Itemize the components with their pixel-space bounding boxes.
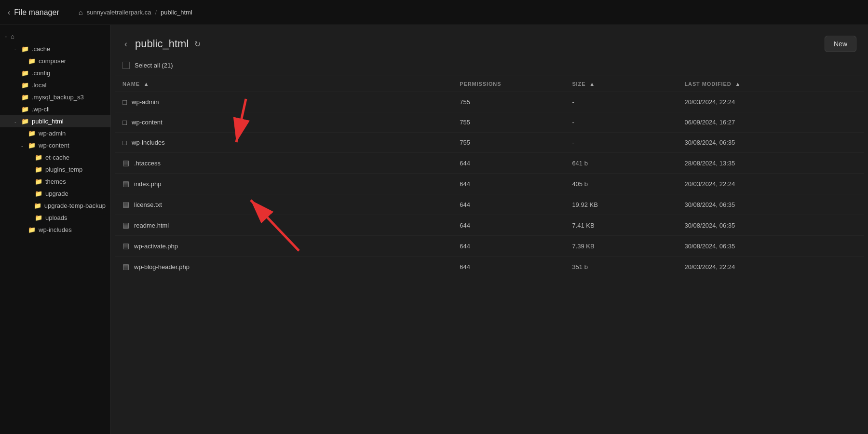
table-row[interactable]: ▤ .htaccess 644 641 b 28/08/2024, 13:35 — [115, 153, 864, 174]
file-modified: 28/08/2024, 13:35 — [677, 153, 864, 174]
file-name-cell[interactable]: ▤ license.txt — [115, 194, 452, 215]
file-table: NAME ▲ PERMISSIONS SIZE ▲ LAST MODIFIED … — [115, 76, 864, 277]
col-header-size[interactable]: SIZE ▲ — [564, 76, 677, 92]
sidebar-item-label: .local — [32, 81, 46, 89]
table-row[interactable]: ▤ index.php 644 405 b 20/03/2024, 22:24 — [115, 174, 864, 194]
sidebar-item-upgrade[interactable]: 📁 upgrade — [0, 188, 110, 200]
topbar: ‹ File manager ⌂ sunnyvaletrailerpark.ca… — [0, 0, 868, 25]
file-size: - — [564, 112, 677, 133]
file-modified: 20/03/2024, 22:24 — [677, 257, 864, 277]
folder-icon: 📁 — [21, 118, 29, 125]
file-permissions: 644 — [452, 215, 564, 236]
sidebar-item-upgrade-temp-backup[interactable]: 📁 upgrade-temp-backup — [0, 200, 110, 212]
file-name-label: .htaccess — [134, 160, 161, 167]
back-to-file-manager[interactable]: ‹ File manager — [8, 8, 59, 17]
sidebar-item-label: .config — [32, 69, 50, 77]
folder-icon: □ — [122, 138, 127, 147]
file-name-cell[interactable]: □ wp-content — [115, 112, 452, 133]
sidebar-item-label: .mysql_backup_s3 — [32, 94, 84, 101]
sidebar-item-wp-includes[interactable]: 📁 wp-includes — [0, 224, 110, 236]
select-all-checkbox[interactable] — [122, 62, 130, 69]
file-table-wrapper: NAME ▲ PERMISSIONS SIZE ▲ LAST MODIFIED … — [111, 76, 868, 277]
table-row[interactable]: ▤ wp-blog-header.php 644 351 b 20/03/202… — [115, 257, 864, 277]
file-permissions: 755 — [452, 92, 564, 112]
sidebar-item-composer[interactable]: 📁 composer — [0, 55, 110, 67]
file-modified: 20/03/2024, 22:24 — [677, 174, 864, 194]
file-name-label: readme.html — [134, 222, 169, 229]
content-header: ‹ public_html ↻ New — [111, 25, 868, 60]
col-header-permissions[interactable]: PERMISSIONS — [452, 76, 564, 92]
breadcrumb-separator: / — [155, 9, 157, 16]
file-name-label: wp-blog-header.php — [134, 263, 190, 271]
file-icon: ▤ — [122, 179, 129, 188]
sidebar-item-cache[interactable]: - 📁 .cache — [0, 43, 110, 55]
folder-icon: □ — [122, 118, 127, 126]
folder-icon: 📁 — [35, 214, 42, 221]
folder-icon: 📁 — [28, 57, 36, 65]
file-name-cell[interactable]: ▤ index.php — [115, 174, 452, 194]
sidebar-item-themes[interactable]: 📁 themes — [0, 176, 110, 188]
sidebar-item-label: wp-content — [39, 142, 69, 149]
sidebar-item-label: themes — [45, 178, 66, 185]
folder-icon: 📁 — [35, 190, 42, 197]
folder-icon: 📁 — [21, 81, 29, 89]
toggle-icon: - — [14, 46, 21, 52]
sidebar-item-label: wp-includes — [39, 226, 72, 233]
folder-icon: 📁 — [28, 226, 36, 233]
sidebar-item-label: public_html — [32, 118, 64, 125]
table-row[interactable]: □ wp-includes 755 - 30/08/2024, 06:35 — [115, 133, 864, 153]
file-name-cell[interactable]: ▤ wp-activate.php — [115, 236, 452, 257]
sidebar-item-label: et-cache — [45, 154, 69, 161]
file-name-cell[interactable]: ▤ readme.html — [115, 215, 452, 236]
new-button[interactable]: New — [825, 36, 856, 52]
folder-icon: 📁 — [28, 142, 36, 149]
toggle-icon: - — [21, 143, 28, 149]
sidebar-item-uploads[interactable]: 📁 uploads — [0, 212, 110, 224]
file-name-cell[interactable]: □ wp-includes — [115, 133, 452, 153]
file-size: 7.39 KB — [564, 236, 677, 257]
sidebar-item-label: upgrade — [45, 190, 68, 197]
file-permissions: 644 — [452, 153, 564, 174]
breadcrumb-domain[interactable]: sunnyvaletrailerpark.ca — [87, 9, 151, 16]
table-row[interactable]: ▤ wp-activate.php 644 7.39 KB 30/08/2024… — [115, 236, 864, 257]
col-header-last-modified[interactable]: LAST MODIFIED ▲ — [677, 76, 864, 92]
table-row[interactable]: □ wp-admin 755 - 20/03/2024, 22:24 — [115, 92, 864, 112]
file-size: 351 b — [564, 257, 677, 277]
sidebar-item-plugins-temp[interactable]: 📁 plugins_temp — [0, 163, 110, 176]
sidebar-item-label: composer — [39, 57, 66, 65]
file-name-cell[interactable]: ▤ wp-blog-header.php — [115, 257, 452, 277]
table-header: NAME ▲ PERMISSIONS SIZE ▲ LAST MODIFIED … — [115, 76, 864, 92]
file-icon: ▤ — [122, 200, 129, 209]
sidebar-item-mysql-backup[interactable]: 📁 .mysql_backup_s3 — [0, 91, 110, 103]
table-row[interactable]: ▤ license.txt 644 19.92 KB 30/08/2024, 0… — [115, 194, 864, 215]
content-back-button[interactable]: ‹ — [122, 39, 129, 49]
file-permissions: 644 — [452, 236, 564, 257]
refresh-button[interactable]: ↻ — [194, 40, 201, 49]
folder-icon: 📁 — [35, 166, 42, 173]
sidebar-item-config[interactable]: 📁 .config — [0, 67, 110, 79]
table-row[interactable]: □ wp-content 755 - 06/09/2024, 16:27 — [115, 112, 864, 133]
sidebar-item-wp-content[interactable]: - 📁 wp-content — [0, 139, 110, 151]
folder-icon: 📁 — [21, 45, 29, 53]
folder-icon: 📁 — [28, 130, 36, 137]
sidebar-item-public-html[interactable]: - 📁 public_html — [0, 115, 110, 127]
file-size: 7.41 KB — [564, 215, 677, 236]
file-modified: 30/08/2024, 06:35 — [677, 236, 864, 257]
sidebar-item-local[interactable]: 📁 .local — [0, 79, 110, 91]
col-header-name[interactable]: NAME ▲ — [115, 76, 452, 92]
breadcrumb-current: public_html — [161, 9, 192, 16]
file-modified: 20/03/2024, 22:24 — [677, 92, 864, 112]
file-name-label: index.php — [134, 180, 161, 188]
file-name-cell[interactable]: □ wp-admin — [115, 92, 452, 112]
select-all-label[interactable]: Select all (21) — [135, 62, 173, 69]
sidebar-item-wp-admin[interactable]: 📁 wp-admin — [0, 127, 110, 139]
file-size: 19.92 KB — [564, 194, 677, 215]
sidebar-item-et-cache[interactable]: 📁 et-cache — [0, 151, 110, 163]
sidebar-item-wp-cli[interactable]: 📁 .wp-cli — [0, 103, 110, 115]
sidebar-item-label: plugins_temp — [45, 166, 82, 173]
home-icon[interactable]: ⌂ — [11, 33, 14, 40]
sort-arrow-name: ▲ — [144, 81, 149, 87]
table-row[interactable]: ▤ readme.html 644 7.41 KB 30/08/2024, 06… — [115, 215, 864, 236]
sidebar-item-label: .cache — [32, 45, 50, 53]
file-name-cell[interactable]: ▤ .htaccess — [115, 153, 452, 174]
